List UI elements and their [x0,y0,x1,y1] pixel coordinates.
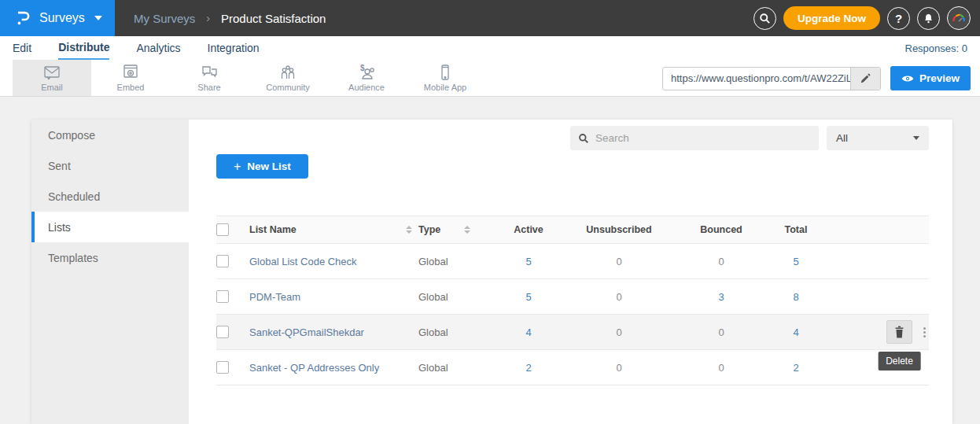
plus-icon: + [234,160,241,174]
count-value: 0 [616,362,621,374]
list-name-link[interactable]: Global List Code Check [249,256,357,267]
product-menu-label: Surveys [39,11,85,25]
eye-icon [901,74,914,83]
count-value: 0 [718,256,724,267]
table-row[interactable]: Global List Code CheckGlobal5005 [216,244,929,279]
share-icon [200,64,219,81]
channel-label: Embed [117,83,145,92]
select-all-checkbox[interactable] [216,223,229,236]
list-type: Global [418,326,448,338]
table-row[interactable]: Sanket-QPGmailShekdarGlobal4004 Delete [216,315,929,350]
delete-list-button[interactable]: Delete [886,320,912,344]
list-name-link[interactable]: Sanket - QP Addresses Only [249,362,379,374]
email-icon [42,64,61,81]
list-search-box[interactable] [570,126,819,150]
count-value[interactable]: 4 [793,326,798,338]
upgrade-now-button[interactable]: Upgrade Now [783,6,880,30]
list-name-link[interactable]: Sanket-QPGmailShekdar [249,326,364,338]
channel-email[interactable]: Email [13,60,91,96]
row-checkbox[interactable] [216,255,229,267]
survey-tabs: Edit Distribute Analytics Integration Re… [0,36,980,60]
col-header-unsubscribed: Unsubscribed [560,224,678,235]
sort-list-name-icon[interactable] [406,226,412,234]
count-value[interactable]: 2 [793,362,798,374]
trash-icon [893,326,905,338]
channel-audience[interactable]: $ Audience [327,60,406,96]
user-avatar[interactable] [947,6,971,30]
count-value[interactable]: 5 [525,256,531,267]
channel-label: Community [266,83,310,92]
mobile-app-icon [436,64,455,81]
row-checkbox[interactable] [216,361,229,374]
channel-mobile-app[interactable]: Mobile App [406,60,484,96]
tab-distribute[interactable]: Distribute [58,36,109,60]
search-input[interactable] [595,132,811,144]
table-row[interactable]: Sanket - QP Addresses OnlyGlobal2002 [216,350,929,385]
count-value[interactable]: 2 [525,362,531,374]
channel-embed[interactable]: Embed [91,60,170,96]
lists-panel: ComposeSentScheduledListsTemplates All +… [31,120,952,424]
count-value[interactable]: 5 [525,291,531,303]
tab-edit[interactable]: Edit [13,36,31,60]
app-header: Surveys My Surveys › Product Satisfactio… [0,0,980,36]
channel-community[interactable]: Community [249,60,327,96]
lists-main: All + New List List Name Type Active Uns [189,120,952,424]
count-value[interactable]: 4 [525,326,531,338]
channel-share[interactable]: Share [170,60,249,96]
list-type: Global [418,291,448,303]
search-icon [759,13,771,24]
channel-list: Email Embed Share Community $ [13,60,484,96]
sort-type-icon[interactable] [464,226,470,234]
global-search-button[interactable] [753,7,776,30]
filter-selected-value: All [836,132,848,144]
help-button[interactable]: ? [887,7,910,30]
breadcrumb-separator: › [206,12,210,24]
chevron-down-icon [94,16,102,20]
count-value[interactable]: 5 [793,256,798,267]
list-name-link[interactable]: PDM-Team [249,291,300,303]
edit-url-button[interactable] [850,68,880,90]
tab-analytics[interactable]: Analytics [136,36,180,60]
count-value[interactable]: 3 [718,291,724,303]
svg-text:$: $ [360,64,365,72]
search-icon [578,133,589,144]
new-list-button[interactable]: + New List [216,154,308,179]
row-more-menu[interactable] [923,327,926,337]
list-type-filter[interactable]: All [827,126,929,150]
sidebar-item-lists[interactable]: Lists [31,212,189,242]
col-header-list-name[interactable]: List Name [249,224,297,235]
breadcrumb: My Surveys › Product Satisfaction [134,0,326,36]
header-actions: Upgrade Now ? [753,0,971,36]
breadcrumb-my-surveys[interactable]: My Surveys [134,12,195,25]
questionpro-logo-icon [14,9,31,28]
distribute-toolbar: Email Embed Share Community $ [0,60,980,97]
sidebar-item-templates[interactable]: Templates [31,242,189,273]
row-checkbox[interactable] [216,326,229,338]
survey-url-field[interactable]: https://www.questionpro.com/t/AW22ZiLz6 [662,67,881,90]
count-value: 0 [718,362,724,374]
channel-label: Mobile App [424,83,466,92]
new-list-label: New List [247,160,291,172]
col-header-type[interactable]: Type [418,224,440,235]
table-row[interactable]: PDM-TeamGlobal5038 [216,279,929,315]
channel-label: Email [41,83,63,92]
question-mark-icon: ? [895,12,902,25]
row-checkbox[interactable] [216,290,229,303]
delete-tooltip: Delete [878,352,921,371]
count-value[interactable]: 8 [793,291,798,303]
sidebar-item-sent[interactable]: Sent [31,150,189,181]
count-value: 0 [616,326,621,338]
chevron-down-icon [913,136,919,140]
embed-icon [121,64,140,81]
dashboard-gauge-icon [951,10,967,26]
surveys-menu[interactable]: Surveys [0,0,115,36]
tab-integration[interactable]: Integration [208,36,260,60]
count-value: 0 [718,326,724,338]
sidebar-item-scheduled[interactable]: Scheduled [31,181,189,212]
channel-label: Share [197,83,220,92]
preview-button[interactable]: Preview [890,66,971,90]
sidebar-item-compose[interactable]: Compose [31,120,189,150]
survey-url-value: https://www.questionpro.com/t/AW22ZiLz6 [663,72,850,84]
responses-count: Responses: 0 [905,42,968,54]
notifications-button[interactable] [917,7,940,30]
